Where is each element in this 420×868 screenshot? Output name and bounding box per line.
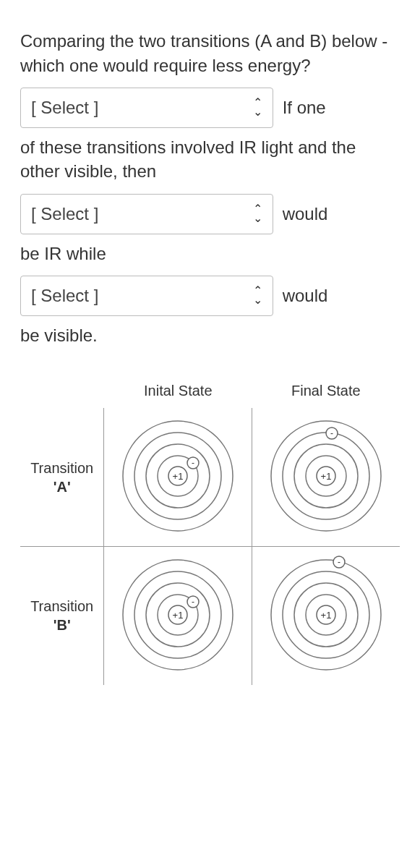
text-after-select-1: If one xyxy=(283,98,326,117)
chevron-updown-icon: ⌃⌄ xyxy=(253,286,262,305)
text-after-select-3: would xyxy=(283,286,328,305)
chevron-updown-icon: ⌃⌄ xyxy=(253,205,262,224)
question-intro: Comparing the two transitions (A and B) … xyxy=(20,29,400,77)
question-line2: of these transitions involved IR light a… xyxy=(20,135,400,184)
chevron-updown-icon: ⌃⌄ xyxy=(253,98,262,117)
atom-B-initial: +1 - xyxy=(104,546,252,684)
svg-text:+1: +1 xyxy=(321,610,332,621)
question-line4: be visible. xyxy=(20,323,400,348)
header-final: Final State xyxy=(252,376,400,408)
rowA-letter: 'A' xyxy=(23,477,100,496)
select-3[interactable]: [ Select ] ⌃⌄ xyxy=(20,276,273,316)
rowB-letter: 'B' xyxy=(23,616,100,634)
rowA-name: Transition xyxy=(23,459,100,477)
svg-text:-: - xyxy=(338,557,340,567)
question-line3: be IR while xyxy=(20,242,400,266)
atom-A-initial: +1 - xyxy=(104,408,252,546)
select-3-placeholder: [ Select ] xyxy=(31,284,98,308)
svg-text:-: - xyxy=(192,458,194,468)
select-1-placeholder: [ Select ] xyxy=(31,95,98,120)
svg-text:-: - xyxy=(330,428,333,438)
svg-text:+1: +1 xyxy=(321,471,332,482)
atom-B-final: +1 - xyxy=(252,546,400,684)
select-1[interactable]: [ Select ] ⌃⌄ xyxy=(20,88,273,128)
text-after-select-2: would xyxy=(283,204,328,224)
svg-text:-: - xyxy=(192,597,194,607)
svg-text:+1: +1 xyxy=(173,471,184,482)
rowB-name: Transition xyxy=(23,597,100,616)
header-initial: Inital State xyxy=(104,376,252,408)
select-2-placeholder: [ Select ] xyxy=(31,202,98,226)
select-2[interactable]: [ Select ] ⌃⌄ xyxy=(20,194,273,234)
diagram-table: Inital State Final State Transition 'A' … xyxy=(20,376,400,684)
atom-A-final: +1 - xyxy=(252,408,400,546)
svg-text:+1: +1 xyxy=(173,610,184,621)
